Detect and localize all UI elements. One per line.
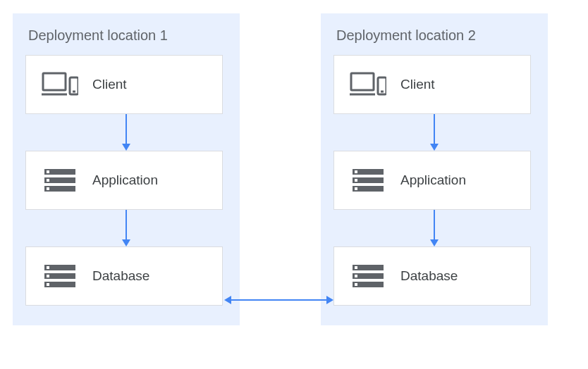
deployment-location-1: Deployment location 1 Client xyxy=(13,13,240,325)
svg-marker-42 xyxy=(326,296,333,304)
svg-rect-18 xyxy=(47,275,49,277)
svg-rect-11 xyxy=(47,187,49,190)
svg-marker-25 xyxy=(430,144,439,151)
application-label-2: Application xyxy=(400,173,466,188)
svg-rect-0 xyxy=(43,73,66,90)
server-icon xyxy=(350,166,386,194)
svg-rect-39 xyxy=(355,283,357,286)
arrow-down-2a xyxy=(333,114,535,151)
svg-rect-10 xyxy=(47,179,49,182)
server-icon xyxy=(350,262,386,290)
svg-rect-17 xyxy=(47,266,49,269)
svg-marker-41 xyxy=(224,296,231,304)
svg-rect-20 xyxy=(351,73,374,90)
deployment-location-2: Deployment location 2 Client xyxy=(321,13,548,325)
arrow-down-1b xyxy=(25,210,227,246)
database-label-2: Database xyxy=(400,268,458,284)
svg-rect-31 xyxy=(355,187,357,190)
svg-marker-33 xyxy=(430,239,439,246)
arrow-down-1a xyxy=(25,114,227,151)
application-node-2: Application xyxy=(333,151,531,210)
client-label-2: Client xyxy=(400,77,435,92)
database-node-1: Database xyxy=(25,246,223,306)
server-icon xyxy=(42,166,78,194)
svg-rect-29 xyxy=(355,170,357,173)
database-node-2: Database xyxy=(333,246,531,306)
svg-marker-5 xyxy=(122,144,130,151)
arrow-down-2b xyxy=(333,210,535,246)
client-label-1: Client xyxy=(92,77,127,92)
svg-rect-19 xyxy=(47,283,49,286)
client-node-1: Client xyxy=(25,55,223,114)
client-icon xyxy=(350,70,386,99)
svg-rect-38 xyxy=(355,275,357,277)
database-sync-arrow xyxy=(224,294,333,306)
server-icon xyxy=(42,262,78,290)
location-title-1: Deployment location 1 xyxy=(28,27,224,44)
client-icon xyxy=(42,70,78,99)
application-label-1: Application xyxy=(92,173,158,188)
database-label-1: Database xyxy=(92,268,149,284)
location-title-2: Deployment location 2 xyxy=(336,27,532,44)
svg-rect-9 xyxy=(47,170,49,173)
svg-rect-37 xyxy=(355,266,357,269)
application-node-1: Application xyxy=(25,151,223,210)
svg-marker-13 xyxy=(122,239,130,246)
client-node-2: Client xyxy=(333,55,531,114)
svg-rect-30 xyxy=(355,179,357,182)
